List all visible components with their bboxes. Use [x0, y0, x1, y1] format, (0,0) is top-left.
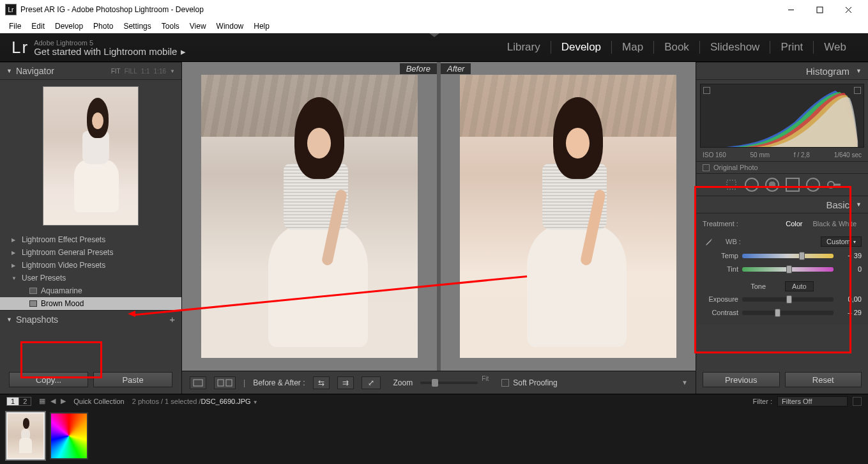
preset-folder[interactable]: ▶Lightroom Video Presets: [0, 259, 181, 272]
menu-tools[interactable]: Tools: [156, 20, 185, 32]
previous-button[interactable]: Previous: [703, 372, 780, 387]
identity-plate[interactable]: Adobe Lightroom 5 Get started with Light…: [34, 39, 186, 56]
wb-select[interactable]: Custom▾: [821, 236, 862, 247]
tint-value[interactable]: 0: [837, 265, 862, 273]
copy-paste-row: Copy... Paste: [0, 363, 181, 387]
nav-mode-menu-icon[interactable]: ▼: [170, 68, 175, 74]
swap-before-after-button[interactable]: ⇆: [313, 376, 330, 389]
original-photo-row[interactable]: Original Photo: [696, 161, 868, 174]
graduated-filter-icon[interactable]: [786, 178, 800, 192]
nav-mode-fill[interactable]: FILL: [125, 68, 137, 75]
before-after-view-button[interactable]: [214, 376, 236, 389]
filter-bar: 1 2 ▦ ◀ ▶ Quick Collection 2 photos / 1 …: [0, 394, 868, 408]
menu-file[interactable]: File: [4, 20, 26, 32]
filter-label: Filter :: [752, 398, 772, 405]
soft-proofing-checkbox[interactable]: [501, 379, 509, 387]
menu-edit[interactable]: Edit: [26, 20, 50, 32]
nav-mode-1-1[interactable]: 1:1: [141, 68, 150, 75]
module-slideshow[interactable]: Slideshow: [700, 41, 770, 54]
histogram-panel-header[interactable]: Histogram ▼: [696, 62, 868, 80]
svg-rect-6: [226, 380, 232, 386]
filter-lock-icon[interactable]: [853, 397, 862, 406]
loupe-view-button[interactable]: [190, 376, 206, 389]
filmstrip[interactable]: [0, 408, 868, 464]
maximize-button[interactable]: [805, 0, 834, 19]
exposure-value[interactable]: 0,00: [837, 295, 862, 303]
treatment-color[interactable]: Color: [780, 220, 807, 228]
adjustment-brush-icon[interactable]: [826, 178, 841, 192]
redeye-tool-icon[interactable]: [765, 178, 779, 192]
navigator-panel-header[interactable]: ▼ Navigator FIT FILL 1:1 1:16 ▼: [0, 62, 181, 80]
display-2[interactable]: 2: [19, 397, 31, 406]
temp-slider[interactable]: [742, 254, 834, 258]
module-map[interactable]: Map: [612, 41, 653, 54]
module-develop[interactable]: Develop: [551, 41, 611, 54]
preset-item-selected[interactable]: Brown Mood: [0, 297, 181, 310]
auto-tone-button[interactable]: Auto: [785, 281, 814, 291]
radial-filter-icon[interactable]: [806, 178, 820, 192]
original-photo-checkbox[interactable]: [703, 164, 710, 171]
menu-view[interactable]: View: [185, 20, 211, 32]
after-label: After: [441, 63, 471, 74]
crop-tool-icon[interactable]: [724, 178, 738, 192]
quick-collection-label[interactable]: Quick Collection: [73, 398, 124, 405]
tint-slider[interactable]: [742, 267, 834, 272]
preset-folder[interactable]: ▶Lightroom Effect Presets: [0, 233, 181, 246]
toolbar-menu-icon[interactable]: ▼: [681, 379, 688, 386]
presets-list: ▶Lightroom Effect Presets ▶Lightroom Gen…: [0, 233, 181, 310]
window-title: Preset AR IG - Adobe Photoshop Lightroom…: [20, 5, 204, 14]
wb-eyedropper-icon[interactable]: [703, 235, 715, 248]
navigator-preview[interactable]: [0, 80, 181, 233]
nav-prev-icon[interactable]: ◀: [50, 397, 56, 405]
treatment-bw[interactable]: Black & White: [808, 220, 862, 228]
zoom-fit-label: Fit: [482, 375, 489, 382]
paste-button[interactable]: Paste: [93, 372, 172, 387]
histogram[interactable]: [700, 84, 864, 148]
module-library[interactable]: Library: [497, 41, 551, 54]
snapshots-panel-header[interactable]: ▼ Snapshots +: [0, 310, 181, 328]
menu-help[interactable]: Help: [248, 20, 275, 32]
meta-focal: 50 mm: [750, 151, 770, 159]
temp-value[interactable]: + 39: [837, 252, 862, 259]
menu-window[interactable]: Window: [211, 20, 249, 32]
filter-select[interactable]: Filters Off: [777, 396, 848, 406]
contrast-value[interactable]: – 29: [837, 309, 862, 316]
center-toolbar: | Before & After : ⇆ ⇉ ⤢ Zoom Fit Soft P…: [182, 371, 696, 394]
spot-removal-tool-icon[interactable]: [745, 178, 759, 192]
preset-folder[interactable]: ▶Lightroom General Presets: [0, 246, 181, 259]
copy-before-button[interactable]: ⇉: [337, 376, 354, 389]
preset-folder-open[interactable]: ▼User Presets: [0, 272, 181, 284]
basic-panel-header[interactable]: Basic ▼: [696, 196, 868, 213]
before-image[interactable]: [201, 75, 418, 358]
filmstrip-thumb-selected[interactable]: [6, 412, 45, 460]
menu-develop[interactable]: Develop: [50, 20, 88, 32]
minimize-button[interactable]: [777, 0, 805, 19]
chevron-right-icon: ▶: [11, 263, 18, 268]
exposure-slider[interactable]: [742, 297, 834, 302]
secondary-display-switch[interactable]: 1 2: [6, 397, 31, 406]
reset-button[interactable]: Reset: [785, 372, 862, 387]
contrast-slider[interactable]: [742, 311, 834, 315]
module-web[interactable]: Web: [814, 41, 857, 54]
svg-point-8: [828, 182, 834, 188]
module-book[interactable]: Book: [654, 41, 699, 54]
menu-photo[interactable]: Photo: [88, 20, 118, 32]
preset-item[interactable]: Aquamarine: [0, 284, 181, 297]
grid-view-icon[interactable]: ▦: [39, 397, 45, 405]
copy-after-button[interactable]: ⤢: [362, 376, 381, 389]
preset-icon: [29, 300, 37, 307]
panel-collapse-icon: ▼: [856, 68, 862, 74]
nav-mode-ratio[interactable]: 1:16: [154, 68, 166, 75]
menu-settings[interactable]: Settings: [118, 20, 156, 32]
close-button[interactable]: [834, 0, 863, 19]
zoom-slider[interactable]: [420, 382, 478, 384]
after-image[interactable]: [460, 75, 676, 358]
module-print[interactable]: Print: [770, 41, 813, 54]
nav-next-icon[interactable]: ▶: [61, 397, 66, 405]
collapse-handle-icon[interactable]: [429, 33, 439, 37]
filmstrip-thumb[interactable]: [50, 412, 88, 460]
nav-mode-fit[interactable]: FIT: [111, 68, 121, 75]
copy-button[interactable]: Copy...: [9, 372, 88, 387]
display-1[interactable]: 1: [6, 397, 19, 406]
add-snapshot-button[interactable]: +: [169, 314, 175, 325]
